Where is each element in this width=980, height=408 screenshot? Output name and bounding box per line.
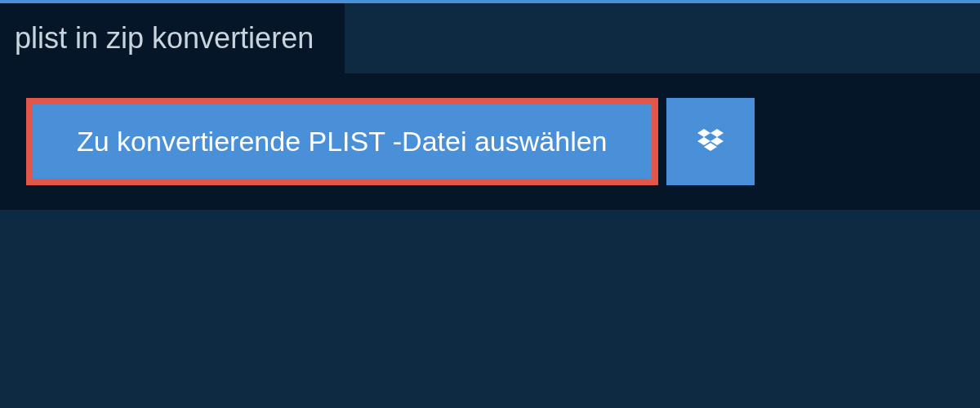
- select-file-button-label: Zu konvertierende PLIST -Datei auswählen: [77, 126, 608, 157]
- dropbox-button[interactable]: [666, 98, 755, 185]
- main-panel: Zu konvertierende PLIST -Datei auswählen: [0, 73, 980, 210]
- dropbox-icon: [694, 126, 727, 158]
- select-file-button[interactable]: Zu konvertierende PLIST -Datei auswählen: [26, 98, 658, 185]
- page-title: plist in zip konvertieren: [15, 21, 314, 55]
- page-title-tab: plist in zip konvertieren: [0, 3, 345, 73]
- button-row: Zu konvertierende PLIST -Datei auswählen: [26, 98, 954, 185]
